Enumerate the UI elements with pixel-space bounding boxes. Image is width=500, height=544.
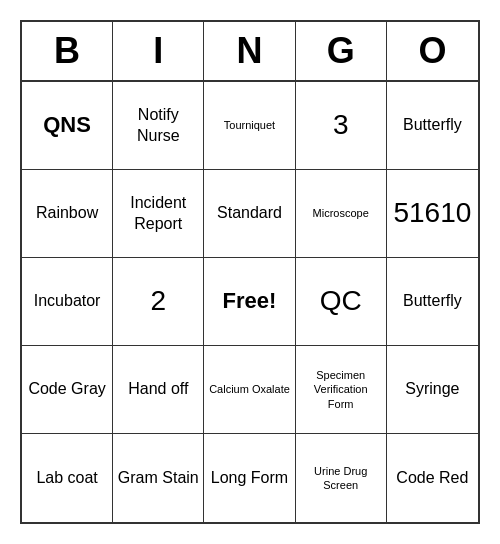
bingo-cell: Notify Nurse — [113, 82, 204, 170]
header-letter: N — [204, 22, 295, 80]
header-letter: G — [296, 22, 387, 80]
bingo-cell: Free! — [204, 258, 295, 346]
bingo-cell: Standard — [204, 170, 295, 258]
header-letter: I — [113, 22, 204, 80]
bingo-cell: Rainbow — [22, 170, 113, 258]
bingo-cell: Butterfly — [387, 82, 478, 170]
bingo-grid: QNSNotify NurseTourniquet3ButterflyRainb… — [22, 82, 478, 522]
bingo-cell: Tourniquet — [204, 82, 295, 170]
header-letter: B — [22, 22, 113, 80]
bingo-header: BINGO — [22, 22, 478, 82]
bingo-cell: Urine Drug Screen — [296, 434, 387, 522]
bingo-card: BINGO QNSNotify NurseTourniquet3Butterfl… — [20, 20, 480, 524]
bingo-cell: 51610 — [387, 170, 478, 258]
bingo-cell: Lab coat — [22, 434, 113, 522]
bingo-cell: Gram Stain — [113, 434, 204, 522]
bingo-cell: Code Red — [387, 434, 478, 522]
bingo-cell: QNS — [22, 82, 113, 170]
bingo-cell: Calcium Oxalate — [204, 346, 295, 434]
bingo-cell: Butterfly — [387, 258, 478, 346]
bingo-cell: Long Form — [204, 434, 295, 522]
bingo-cell: Hand off — [113, 346, 204, 434]
bingo-cell: 2 — [113, 258, 204, 346]
bingo-cell: Incubator — [22, 258, 113, 346]
bingo-cell: Specimen Verification Form — [296, 346, 387, 434]
bingo-cell: Code Gray — [22, 346, 113, 434]
bingo-cell: QC — [296, 258, 387, 346]
bingo-cell: Incident Report — [113, 170, 204, 258]
bingo-cell: 3 — [296, 82, 387, 170]
header-letter: O — [387, 22, 478, 80]
bingo-cell: Microscope — [296, 170, 387, 258]
bingo-cell: Syringe — [387, 346, 478, 434]
